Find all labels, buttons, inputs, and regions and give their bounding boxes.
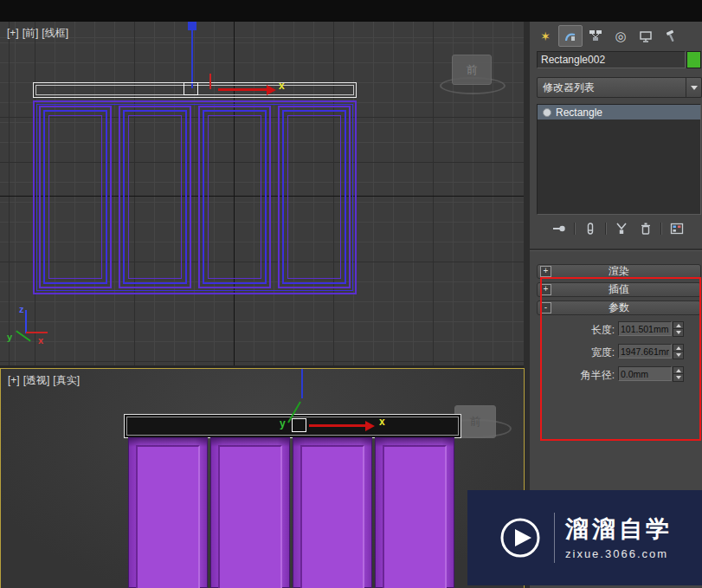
expand-icon[interactable]: + [540, 284, 551, 295]
chevron-down-icon [691, 86, 698, 90]
door-inset [300, 445, 364, 588]
viewport-front-label: [+][前][线框] [7, 26, 72, 41]
motion-icon: ◎ [615, 30, 626, 42]
tab-display[interactable] [634, 25, 658, 47]
length-input[interactable] [618, 321, 672, 336]
watermark-banner: 溜溜自学 zixue.3066.com [467, 490, 702, 585]
door-panel-wireframe-3[interactable] [198, 106, 271, 288]
door-panel-wireframe-1[interactable] [39, 106, 112, 288]
panel-divider [530, 249, 702, 251]
viewport-menu-pov[interactable]: [前] [23, 27, 39, 39]
spinner-down[interactable] [673, 373, 684, 382]
modifier-list-dropdown[interactable]: 修改器列表 [537, 77, 702, 98]
wirecolor-swatch[interactable] [686, 51, 701, 68]
viewport-front[interactable]: [+][前][线框] x 前 z y x [0, 22, 525, 365]
tripod-z-label: z [19, 304, 24, 314]
axis-x-label: x [379, 416, 385, 428]
show-end-result-button[interactable] [579, 219, 602, 238]
triangle-down-icon [676, 353, 681, 357]
3dsmax-window: [+][前][线框] x 前 z y x [+][ [0, 0, 702, 588]
gizmo-x-axis-arrowhead [267, 85, 276, 95]
show-end-result-icon [583, 223, 597, 235]
spinner-down[interactable] [673, 328, 684, 337]
door-shadow [376, 438, 454, 447]
triangle-down-icon [676, 376, 681, 379]
visibility-bulb-icon[interactable] [543, 108, 551, 117]
tripod-x-label: x [38, 335, 43, 346]
door-inset [136, 445, 200, 588]
width-input[interactable] [618, 344, 672, 359]
viewport-menu-shading[interactable]: [线框] [42, 27, 68, 39]
toolbar-separator [574, 223, 576, 235]
param-row-corner-radius: 角半径: [537, 366, 699, 382]
toolbar-separator [605, 223, 607, 235]
tab-utilities[interactable] [659, 25, 683, 47]
spinner-down[interactable] [673, 351, 684, 359]
make-unique-icon [615, 223, 628, 235]
viewcube[interactable]: 前 [452, 55, 492, 85]
gizmo-anchor-square[interactable] [188, 22, 196, 30]
door-3d-4[interactable] [375, 437, 454, 588]
axis-x-label: x [279, 80, 285, 92]
gizmo-x-axis-arrowhead [365, 421, 375, 431]
gizmo-z-axis-line [301, 369, 303, 398]
corner-radius-spinner[interactable] [673, 366, 682, 381]
configure-modifier-sets-button[interactable] [666, 219, 688, 238]
tripod-z-axis [25, 310, 27, 333]
utilities-icon [664, 29, 678, 43]
triangle-up-icon [676, 324, 681, 327]
remove-modifier-button[interactable] [634, 219, 657, 238]
stack-row-rectangle[interactable]: Rectangle [538, 105, 700, 120]
expand-icon[interactable]: - [540, 302, 551, 313]
rollout-title: 参数 [609, 300, 629, 315]
door-inset [383, 445, 447, 588]
configure-modifier-sets-icon [670, 223, 684, 235]
tab-motion[interactable]: ◎ [609, 25, 633, 47]
display-icon [639, 29, 653, 43]
door-3d-3[interactable] [293, 437, 372, 588]
object-name-input[interactable] [537, 51, 686, 68]
tab-modify[interactable] [558, 25, 583, 47]
dropdown-button[interactable] [686, 78, 701, 97]
rollout-parameters[interactable]: - 参数 [537, 300, 701, 315]
expand-icon[interactable]: + [540, 266, 551, 277]
length-spinner[interactable] [673, 321, 682, 336]
selection-bracket [292, 418, 306, 432]
corner-radius-input[interactable] [618, 366, 672, 381]
create-icon: ✶ [540, 30, 551, 42]
stack-toolbar [537, 219, 699, 238]
viewcube-face-label[interactable]: 前 [470, 414, 481, 430]
tab-hierarchy[interactable] [583, 25, 608, 47]
rollout-rendering[interactable]: + 渲染 [537, 264, 701, 279]
door-inset [218, 445, 282, 588]
make-unique-button[interactable] [610, 219, 633, 238]
door-shadow [293, 438, 371, 447]
brand-name: 溜溜自学 [565, 516, 673, 542]
width-spinner[interactable] [673, 344, 682, 359]
axis-y-label: y [280, 417, 286, 430]
viewport-perspective[interactable]: [+][透视][真实] 前 y x [0, 368, 525, 588]
viewport-menu-pov[interactable]: [透视] [23, 374, 50, 386]
pin-stack-icon [552, 223, 566, 235]
door-3d-1[interactable] [128, 437, 208, 588]
pin-stack-button[interactable] [548, 219, 570, 238]
triangle-up-icon [676, 369, 681, 372]
gizmo-y-axis-line [191, 29, 193, 88]
viewport-menu-general[interactable]: [+] [7, 27, 19, 39]
stack-row-label: Rectangle [556, 107, 602, 119]
param-label: 长度: [591, 323, 615, 338]
rollout-interpolation[interactable]: + 插值 [537, 282, 701, 297]
brand-site: zixue.3066.com [565, 547, 673, 560]
doors-3d-group[interactable] [128, 437, 457, 588]
param-label: 角半径: [581, 368, 615, 383]
modifier-stack[interactable]: Rectangle [537, 104, 701, 215]
tab-create[interactable]: ✶ [533, 25, 557, 47]
hierarchy-icon [589, 29, 602, 42]
door-3d-2[interactable] [210, 437, 290, 588]
door-panel-wireframe-2[interactable] [119, 106, 191, 288]
door-panel-wireframe-4[interactable] [278, 106, 351, 288]
viewport-menu-shading[interactable]: [真实] [53, 374, 80, 386]
viewport-menu-general[interactable]: [+] [8, 374, 20, 386]
viewcube-face-label[interactable]: 前 [467, 62, 478, 78]
door-shadow [211, 438, 289, 447]
